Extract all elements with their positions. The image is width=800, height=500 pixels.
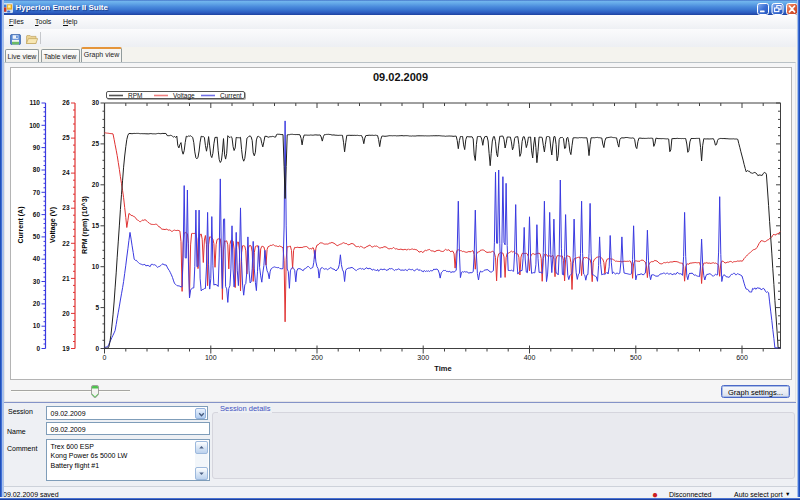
- svg-text:Time: Time: [434, 364, 451, 373]
- svg-text:300: 300: [417, 354, 429, 361]
- svg-text:25: 25: [62, 134, 70, 141]
- svg-text:Current: Current: [220, 92, 242, 99]
- svg-text:80: 80: [33, 166, 41, 173]
- svg-text:40: 40: [33, 255, 41, 262]
- svg-text:60: 60: [33, 211, 41, 218]
- svg-text:20: 20: [92, 181, 100, 188]
- svg-text:200: 200: [311, 354, 323, 361]
- svg-text:10: 10: [33, 322, 41, 329]
- svg-text:600: 600: [736, 354, 748, 361]
- svg-text:23: 23: [62, 204, 70, 211]
- svg-text:50: 50: [33, 233, 41, 240]
- svg-text:RPM: RPM: [128, 92, 142, 99]
- svg-text:0: 0: [36, 345, 40, 352]
- svg-text:5: 5: [95, 304, 99, 311]
- svg-text:70: 70: [33, 189, 41, 196]
- svg-text:26: 26: [62, 99, 70, 106]
- svg-text:20: 20: [62, 310, 70, 317]
- svg-text:10: 10: [92, 263, 100, 270]
- svg-text:25: 25: [92, 140, 100, 147]
- svg-text:0: 0: [103, 354, 107, 361]
- svg-text:15: 15: [92, 222, 100, 229]
- svg-text:20: 20: [33, 300, 41, 307]
- svg-text:24: 24: [62, 169, 70, 176]
- svg-text:21: 21: [62, 275, 70, 282]
- svg-text:400: 400: [524, 354, 536, 361]
- svg-text:30: 30: [92, 99, 100, 106]
- svg-text:30: 30: [33, 278, 41, 285]
- svg-text:100: 100: [205, 354, 217, 361]
- svg-text:90: 90: [33, 144, 41, 151]
- svg-text:Voltage: Voltage: [173, 92, 195, 100]
- svg-text:500: 500: [630, 354, 642, 361]
- svg-text:19: 19: [62, 345, 70, 352]
- svg-text:100: 100: [29, 122, 40, 129]
- svg-text:22: 22: [62, 240, 70, 247]
- svg-text:0: 0: [95, 345, 99, 352]
- svg-text:110: 110: [30, 99, 41, 106]
